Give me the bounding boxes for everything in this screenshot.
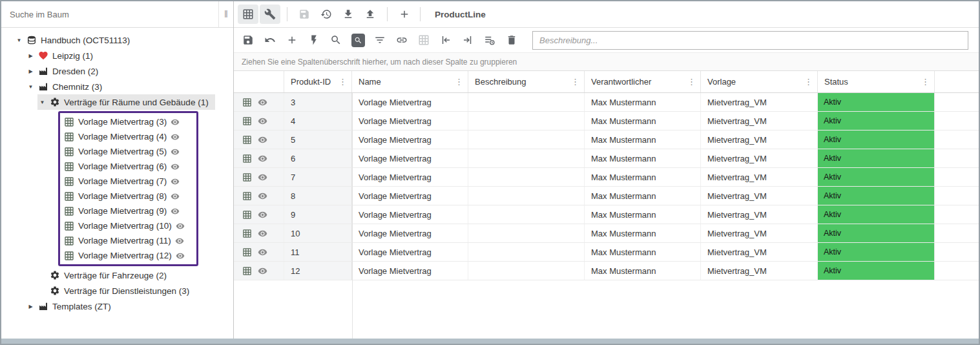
tree-item[interactable]: Vorlage Mietvertrag (11) <box>64 233 191 248</box>
grid-icon[interactable] <box>242 266 252 276</box>
panel-splitter[interactable]: ‖ <box>218 1 233 27</box>
eye-icon[interactable] <box>258 116 267 126</box>
eye-icon[interactable] <box>258 210 267 220</box>
table-row[interactable]: 7Vorlage MietvertragMax MustermannMietve… <box>234 168 979 187</box>
eye-icon[interactable] <box>258 266 267 276</box>
horizontal-scrollbar[interactable] <box>1 339 979 344</box>
column-menu-icon[interactable]: ⋮ <box>569 77 581 87</box>
column-menu-icon[interactable]: ⋮ <box>685 77 698 87</box>
grid-icon[interactable] <box>242 247 252 257</box>
grid-icon[interactable] <box>242 116 252 126</box>
tree-item[interactable]: Vorlage Mietvertrag (6) <box>64 159 186 174</box>
description-filter-input[interactable] <box>532 31 968 50</box>
column-header-vorlage[interactable]: Vorlage⋮ <box>701 71 818 92</box>
table-row[interactable]: 12Vorlage MietvertragMax MustermannMietv… <box>234 262 979 280</box>
undo-button[interactable] <box>260 30 280 50</box>
expander-icon[interactable]: ▼ <box>27 84 34 90</box>
eye-icon[interactable] <box>258 191 267 201</box>
tools-button[interactable] <box>260 5 280 24</box>
eye-icon[interactable] <box>171 192 180 201</box>
column-menu-icon[interactable]: ⋮ <box>453 77 465 87</box>
column-header-id[interactable]: Produkt-ID⋮ <box>284 71 352 92</box>
eye-icon[interactable] <box>171 132 180 141</box>
table-row[interactable]: 9Vorlage MietvertragMax MustermannMietve… <box>234 205 979 224</box>
expander-icon[interactable]: ▼ <box>16 37 23 43</box>
eye-icon[interactable] <box>171 207 180 216</box>
tree-item[interactable]: Verträge für Fahrzeuge (2) <box>37 267 173 283</box>
eye-icon[interactable] <box>171 177 180 186</box>
eye-icon[interactable] <box>258 135 267 145</box>
table-row[interactable]: 5Vorlage MietvertragMax MustermannMietve… <box>234 131 979 149</box>
grid-icon[interactable] <box>242 98 252 107</box>
table-row[interactable]: 4Vorlage MietvertragMax MustermannMietve… <box>234 112 979 131</box>
linked-grid-button[interactable] <box>413 30 434 50</box>
grid-icon[interactable] <box>242 172 252 182</box>
eye-icon[interactable] <box>258 247 267 257</box>
indent-button[interactable] <box>457 30 478 50</box>
tree-item[interactable]: Vorlage Mietvertrag (10) <box>64 218 191 233</box>
add-row-button[interactable] <box>282 30 302 50</box>
save-button[interactable] <box>294 5 315 24</box>
grid-icon[interactable] <box>242 191 252 201</box>
eye-icon[interactable] <box>176 251 185 260</box>
expander-icon[interactable]: ▼ <box>39 99 46 105</box>
tab-productline[interactable]: ProductLine <box>435 10 486 19</box>
grid-icon[interactable] <box>242 229 252 238</box>
table-row[interactable]: 11Vorlage MietvertragMax MustermannMietv… <box>234 243 979 262</box>
column-header-verantwortlicher[interactable]: Verantwortlicher⋮ <box>585 71 701 92</box>
tree-item[interactable]: Vorlage Mietvertrag (7) <box>64 174 186 189</box>
eye-icon[interactable] <box>258 154 267 163</box>
expander-icon[interactable]: ▶ <box>27 68 34 74</box>
grid-icon[interactable] <box>242 154 252 163</box>
group-by-bar[interactable]: Ziehen Sie eine Spaltenüberschrift hierh… <box>234 52 979 71</box>
history-list-button[interactable] <box>479 30 500 50</box>
column-header-status[interactable]: Status⋮ <box>818 71 935 92</box>
expander-icon[interactable]: ▶ <box>27 304 34 309</box>
tree-item[interactable]: Vorlage Mietvertrag (4) <box>64 129 186 144</box>
column-menu-icon[interactable]: ⋮ <box>337 77 349 87</box>
column-menu-icon[interactable]: ⋮ <box>802 77 815 87</box>
advanced-search-button[interactable] <box>348 30 368 50</box>
search-button[interactable] <box>326 30 346 50</box>
eye-icon[interactable] <box>175 236 184 246</box>
grid-icon[interactable] <box>242 210 252 220</box>
add-tab-button[interactable] <box>394 5 415 24</box>
tree-item[interactable]: ▼Handbuch (OCT51113) <box>14 32 136 48</box>
eye-icon[interactable] <box>171 147 180 156</box>
actions-button[interactable] <box>304 30 324 50</box>
filter-button[interactable] <box>370 30 390 50</box>
column-menu-icon[interactable]: ⋮ <box>919 77 932 87</box>
tree-item[interactable]: ▼Verträge für Räume und Gebäude (1) <box>37 94 215 110</box>
column-header-name[interactable]: Name⋮ <box>352 71 468 92</box>
download-button[interactable] <box>338 5 359 24</box>
eye-icon[interactable] <box>258 229 267 238</box>
eye-icon[interactable] <box>258 172 267 182</box>
eye-icon[interactable] <box>176 222 185 231</box>
tree-item[interactable]: ▶Templates (ZT) <box>26 298 118 314</box>
eye-icon[interactable] <box>171 162 180 171</box>
column-header-beschreibung[interactable]: Beschreibung⋮ <box>468 71 585 92</box>
eye-icon[interactable] <box>171 118 180 127</box>
link-button[interactable] <box>391 30 412 50</box>
tree-item[interactable]: Vorlage Mietvertrag (9) <box>64 204 186 218</box>
tree-item[interactable]: Vorlage Mietvertrag (12) <box>64 248 191 263</box>
tree-item[interactable]: Vorlage Mietvertrag (3) <box>64 114 186 129</box>
table-row[interactable]: 10Vorlage MietvertragMax MustermannMietv… <box>234 224 979 243</box>
table-row[interactable]: 8Vorlage MietvertragMax MustermannMietve… <box>234 187 979 205</box>
restore-button[interactable] <box>316 5 337 24</box>
grid-view-button[interactable] <box>238 5 258 24</box>
expander-icon[interactable]: ▶ <box>27 53 34 59</box>
tree-item[interactable]: Vorlage Mietvertrag (5) <box>64 144 186 159</box>
tree-search-input[interactable] <box>1 1 218 27</box>
outdent-button[interactable] <box>435 30 456 50</box>
grid-icon[interactable] <box>242 135 252 145</box>
tree-item[interactable]: ▶Dresden (2) <box>26 63 105 79</box>
tree-item[interactable]: Verträge für Dienstleistungen (3) <box>37 283 196 298</box>
delete-button[interactable] <box>501 30 522 50</box>
tree-item[interactable]: Vorlage Mietvertrag (8) <box>64 189 186 204</box>
table-row[interactable]: 3Vorlage MietvertragMax MustermannMietve… <box>234 93 979 112</box>
tree-item[interactable]: ▼Chemnitz (3) <box>26 79 109 94</box>
tree-item[interactable]: ▶Leipzig (1) <box>26 48 99 63</box>
eye-icon[interactable] <box>258 98 267 107</box>
save-grid-button[interactable] <box>238 30 258 50</box>
